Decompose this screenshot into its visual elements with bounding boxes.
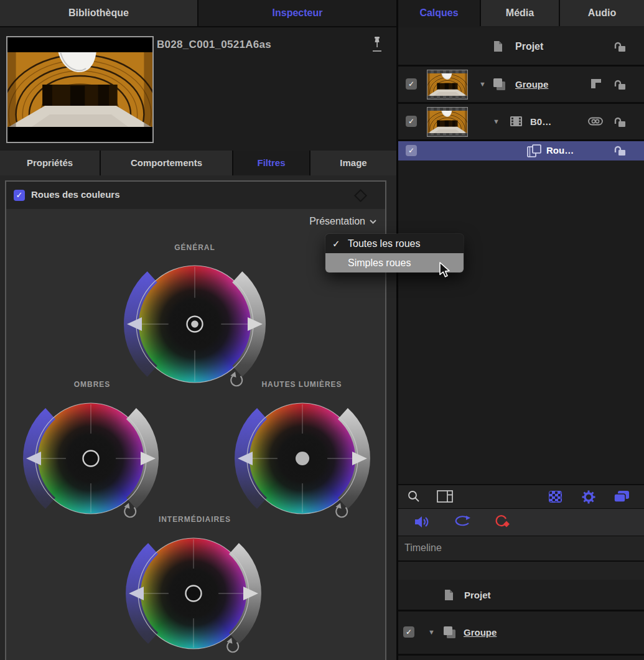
layer-name[interactable]: B0… <box>530 116 551 127</box>
unlock-icon[interactable] <box>614 41 627 52</box>
filter-header: ✓ Roues des couleurs <box>6 182 385 209</box>
clip-title: B028_C001_0521A6as <box>157 39 271 51</box>
layer-row-b028[interactable]: ✓ ▼ B0… <box>398 104 644 139</box>
menu-item-toutes-les-roues[interactable]: ✓ Toutes les roues <box>325 234 464 253</box>
color-wheel-intermediaires[interactable] <box>117 517 270 660</box>
timeline-header-row: Timeline <box>398 536 644 562</box>
layer-name[interactable]: Rou… <box>546 145 574 156</box>
tab-audio[interactable]: Audio <box>560 0 644 26</box>
record-keyframe-icon[interactable] <box>495 514 511 529</box>
layers-panel: Calques Média Audio .right-panel .tab:nt… <box>398 0 644 660</box>
document-icon <box>444 589 454 601</box>
tab-inspecteur[interactable]: Inspecteur <box>198 0 396 26</box>
canvas-layout-icon[interactable] <box>437 490 453 503</box>
mouse-cursor <box>438 262 453 281</box>
filmstrip-icon <box>510 115 523 128</box>
presentation-dropdown[interactable]: Présentation <box>309 216 376 227</box>
layer-row-groupe[interactable]: ✓ ▼ Groupe <box>398 67 644 102</box>
tab-filtres[interactable]: Filtres <box>233 151 309 175</box>
layer-thumbnail <box>427 70 468 100</box>
layer-checkbox[interactable]: ✓ <box>406 145 417 156</box>
clip-preview-zone: B028_C001_0521A6as <box>0 26 396 152</box>
group-icon <box>492 77 507 92</box>
document-icon <box>493 40 503 52</box>
project-row[interactable]: Projet <box>398 27 644 65</box>
tunnel-image <box>7 52 152 127</box>
unlock-icon[interactable] <box>614 145 627 156</box>
keyframe-diamond-icon[interactable] <box>354 189 367 202</box>
tab-proprietes[interactable]: Propriétés <box>0 151 100 175</box>
disclosure-triangle[interactable]: ▼ <box>428 628 435 636</box>
audio-speaker-icon[interactable] <box>414 515 431 529</box>
inspector-tabbar: Propriétés Comportements Filtres Image <box>0 151 396 175</box>
disclosure-triangle[interactable]: ▼ <box>493 118 500 125</box>
unlock-icon[interactable] <box>614 116 627 128</box>
playback-toolbar <box>398 509 644 536</box>
layers-toolbar <box>398 484 644 509</box>
color-wheel-ombres[interactable] <box>14 382 167 535</box>
inspector-panel: Bibliothèque Inspecteur B028_C001_0521A6… <box>0 0 396 660</box>
filter-name: Roues des couleurs <box>31 189 120 200</box>
timeline-ruler-strip[interactable] <box>398 562 644 581</box>
filter-enabled-checkbox[interactable]: ✓ <box>14 190 25 201</box>
tab-comportements[interactable]: Comportements <box>101 151 232 175</box>
layer-row-roues-selected[interactable]: ✓ Rou… <box>398 141 644 160</box>
presentation-label: Présentation <box>309 216 365 227</box>
filter-clip-icon <box>527 144 542 158</box>
color-wheel-general[interactable] <box>115 244 274 404</box>
tab-bibliotheque[interactable]: Bibliothèque <box>0 0 197 26</box>
timeline-group-row[interactable]: ✓ ▼ Groupe <box>398 611 644 654</box>
disclosure-triangle[interactable]: ▼ <box>479 80 486 88</box>
tab-media[interactable]: Média <box>481 0 559 26</box>
timeline-group-label[interactable]: Groupe <box>464 627 497 638</box>
project-label: Projet <box>515 41 543 52</box>
gear-icon[interactable] <box>581 490 596 504</box>
link-icon[interactable] <box>588 117 603 126</box>
layer-thumbnail <box>427 107 468 137</box>
layer-checkbox[interactable]: ✓ <box>403 626 414 638</box>
loop-icon[interactable] <box>454 516 472 528</box>
pin-icon[interactable] <box>370 35 385 58</box>
layer-checkbox[interactable]: ✓ <box>406 116 417 127</box>
row-separator <box>398 654 644 656</box>
transparency-checker-icon[interactable] <box>549 491 562 503</box>
chevron-down-icon <box>370 220 376 224</box>
timeline-project-label: Projet <box>464 590 491 600</box>
search-icon[interactable] <box>407 490 421 503</box>
tab-calques[interactable]: Calques <box>398 0 480 26</box>
fixed-resolution-icon[interactable] <box>591 79 602 89</box>
tab-image[interactable]: Image <box>310 151 396 175</box>
clip-preview-thumbnail <box>6 36 154 143</box>
layer-checkbox[interactable]: ✓ <box>406 78 417 90</box>
menu-check-icon: ✓ <box>332 234 340 253</box>
layer-name[interactable]: Groupe <box>515 79 548 90</box>
group-icon <box>442 625 457 640</box>
timeline-label: Timeline <box>404 542 442 554</box>
unlock-icon[interactable] <box>614 79 627 90</box>
color-wheel-hautes-lumieres[interactable] <box>226 382 379 535</box>
layers-overlap-icon[interactable] <box>613 490 630 503</box>
motion-window: Bibliothèque Inspecteur B028_C001_0521A6… <box>0 0 644 660</box>
timeline-project-row[interactable]: Projet <box>398 580 644 610</box>
